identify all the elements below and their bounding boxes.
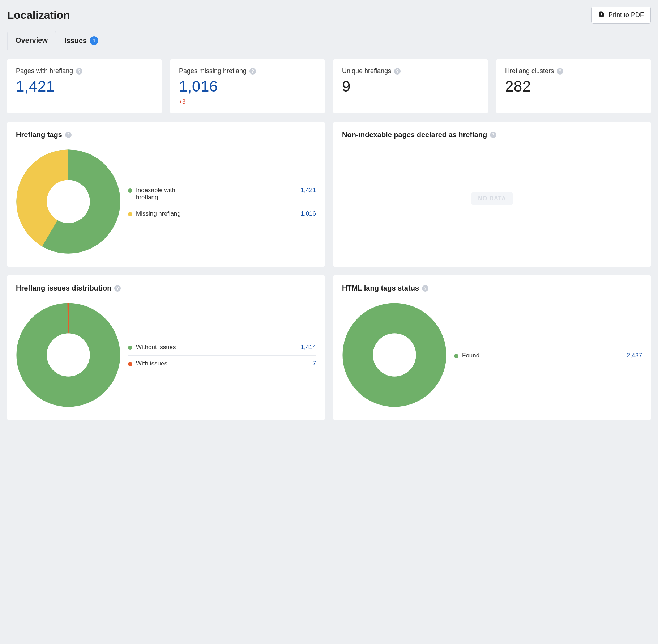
no-data-badge: NO DATA: [471, 192, 513, 205]
legend-dot: [128, 212, 132, 216]
chart-hreflang-tags: Hreflang tags ?: [7, 122, 325, 267]
chart-title: Hreflang tags: [16, 131, 62, 139]
stat-unique-hreflangs[interactable]: Unique hreflangs ? 9: [333, 59, 488, 113]
legend-label: With issues: [136, 360, 167, 367]
legend-item[interactable]: Missing hreflang 1,016: [128, 206, 316, 222]
legend-value[interactable]: 1,016: [300, 210, 316, 217]
legend: Indexable with hreflang 1,421 Missing hr…: [128, 182, 316, 222]
chart-title: Non-indexable pages declared as hreflang: [342, 131, 487, 139]
help-icon[interactable]: ?: [76, 68, 82, 75]
stat-label: Unique hreflangs: [342, 67, 391, 75]
legend-item[interactable]: With issues 7: [128, 356, 316, 372]
stat-label: Pages missing hreflang: [179, 67, 247, 75]
legend-label: Without issues: [136, 344, 176, 351]
page-title: Localization: [7, 9, 70, 21]
stat-delta: +3: [179, 99, 316, 105]
chart-issues-distribution: Hreflang issues distribution ? Without i…: [7, 275, 325, 420]
legend-dot: [128, 346, 132, 350]
legend-value[interactable]: 7: [313, 360, 316, 367]
print-button-label: Print to PDF: [608, 11, 644, 19]
svg-point-5: [47, 180, 90, 223]
stat-pages-with-hreflang[interactable]: Pages with hreflang ? 1,421: [7, 59, 162, 113]
legend-value[interactable]: 1,414: [300, 344, 316, 351]
chart-title: Hreflang issues distribution: [16, 284, 111, 292]
help-icon[interactable]: ?: [394, 68, 401, 75]
legend-dot: [454, 354, 458, 358]
legend-item[interactable]: Indexable with hreflang 1,421: [128, 182, 316, 206]
donut-chart: [16, 149, 121, 255]
tab-overview-label: Overview: [16, 36, 48, 45]
stat-label: Pages with hreflang: [16, 67, 73, 75]
tab-issues[interactable]: Issues 1: [56, 31, 107, 50]
chart-html-lang-status: HTML lang tags status ? Found 2,437: [333, 275, 651, 420]
chart-non-indexable: Non-indexable pages declared as hreflang…: [333, 122, 651, 267]
legend-label: Found: [462, 352, 479, 359]
help-icon[interactable]: ?: [557, 68, 563, 75]
tab-overview[interactable]: Overview: [7, 31, 56, 50]
legend: Found 2,437: [454, 348, 642, 364]
print-button[interactable]: Print to PDF: [591, 7, 651, 24]
legend-item[interactable]: Without issues 1,414: [128, 339, 316, 356]
legend-label: Missing hreflang: [136, 210, 181, 217]
stat-hreflang-clusters[interactable]: Hreflang clusters ? 282: [496, 59, 651, 113]
tabs: Overview Issues 1: [7, 31, 651, 50]
svg-point-8: [47, 334, 90, 377]
download-icon: [598, 10, 605, 20]
stat-value[interactable]: 1,421: [16, 78, 153, 95]
help-icon[interactable]: ?: [114, 285, 121, 292]
legend-label: Indexable with hreflang: [136, 187, 187, 201]
svg-point-10: [373, 334, 416, 377]
stat-label: Hreflang clusters: [505, 67, 554, 75]
stat-pages-missing-hreflang[interactable]: Pages missing hreflang ? 1,016 +3: [170, 59, 325, 113]
donut-chart: [342, 302, 447, 408]
legend-value[interactable]: 2,437: [627, 352, 642, 359]
issues-count-badge: 1: [90, 36, 98, 45]
chart-title: HTML lang tags status: [342, 284, 419, 292]
stat-value: 9: [342, 78, 479, 95]
legend-value[interactable]: 1,421: [300, 187, 316, 194]
legend-item[interactable]: Found 2,437: [454, 348, 642, 364]
legend-dot: [128, 188, 132, 193]
stat-value[interactable]: 1,016: [179, 78, 316, 95]
legend: Without issues 1,414 With issues 7: [128, 339, 316, 372]
help-icon[interactable]: ?: [422, 285, 428, 292]
help-icon[interactable]: ?: [65, 132, 72, 138]
stat-value: 282: [505, 78, 642, 95]
donut-chart: [16, 302, 121, 408]
tab-issues-label: Issues: [64, 37, 87, 45]
help-icon[interactable]: ?: [490, 132, 496, 138]
help-icon[interactable]: ?: [249, 68, 256, 75]
legend-dot: [128, 362, 132, 366]
